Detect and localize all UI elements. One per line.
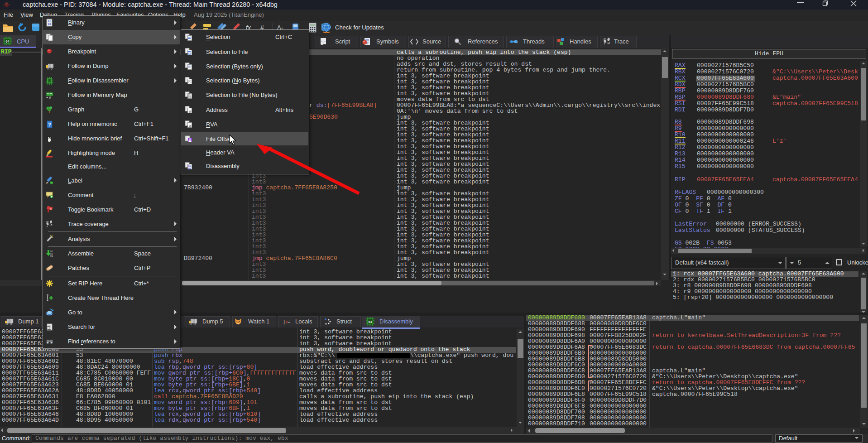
svg-text:@: @	[49, 96, 51, 100]
svg-text:<>: <>	[321, 39, 326, 43]
svg-text:=]: =]	[288, 319, 292, 325]
svg-text:10: 10	[48, 23, 51, 26]
svg-text:?: ?	[48, 122, 51, 127]
svg-text:64: 64	[6, 40, 10, 43]
svg-text:n: n	[50, 207, 52, 210]
svg-text:01: 01	[50, 255, 53, 258]
svg-text:64: 64	[369, 320, 372, 323]
svg-text:@: @	[189, 110, 192, 114]
svg-text:@: @	[189, 124, 192, 128]
svg-text:10: 10	[188, 168, 191, 170]
